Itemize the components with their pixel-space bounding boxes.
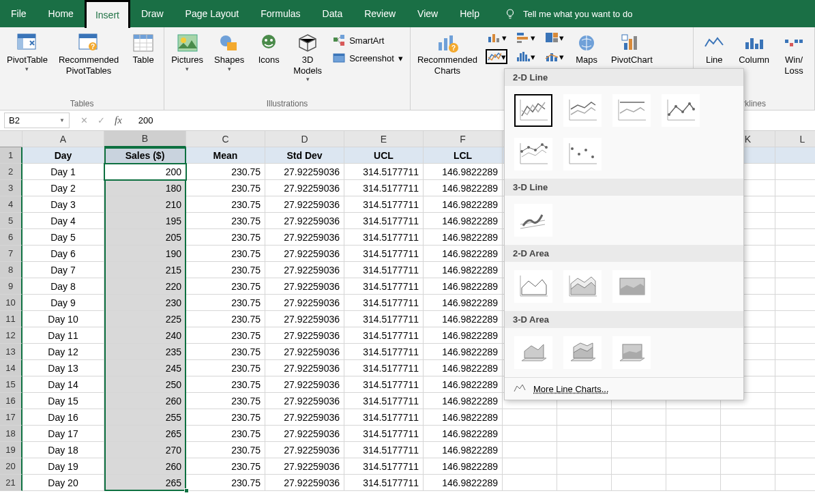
cell-E19[interactable]: 314.5177711 bbox=[344, 442, 424, 458]
cell-A2[interactable]: Day 1 bbox=[23, 164, 104, 180]
cell-J20[interactable] bbox=[666, 458, 721, 475]
cell-B4[interactable]: 210 bbox=[104, 196, 186, 213]
shapes-button[interactable]: Shapes▾ bbox=[211, 30, 247, 74]
bar-chart-dropdown[interactable]: ▾ bbox=[514, 30, 536, 45]
cell-D9[interactable]: 27.92259036 bbox=[265, 278, 344, 295]
cell-H17[interactable] bbox=[557, 409, 612, 426]
chart-type-stacked-line[interactable] bbox=[563, 94, 602, 127]
cell-E13[interactable]: 314.5177711 bbox=[344, 344, 424, 360]
row-header-16[interactable]: 16 bbox=[0, 393, 23, 409]
cell-B11[interactable]: 225 bbox=[104, 311, 186, 327]
cell-F20[interactable]: 146.9822289 bbox=[424, 458, 503, 475]
chart-type-stacked-area[interactable] bbox=[563, 270, 602, 303]
enter-formula-icon[interactable]: ✓ bbox=[98, 115, 105, 125]
row-header-20[interactable]: 20 bbox=[0, 458, 23, 475]
row-header-11[interactable]: 11 bbox=[0, 311, 23, 327]
cell-A11[interactable]: Day 10 bbox=[23, 311, 104, 327]
cell-B17[interactable]: 255 bbox=[104, 409, 186, 426]
cell-F11[interactable]: 146.9822289 bbox=[424, 311, 503, 327]
cell-D5[interactable]: 27.92259036 bbox=[265, 213, 344, 229]
cell-B16[interactable]: 260 bbox=[104, 393, 186, 409]
cancel-formula-icon[interactable]: ✕ bbox=[80, 115, 88, 125]
cell-F10[interactable]: 146.9822289 bbox=[424, 295, 503, 311]
cell-E15[interactable]: 314.5177711 bbox=[344, 376, 424, 393]
cell-E14[interactable]: 314.5177711 bbox=[344, 360, 424, 376]
cell-J21[interactable] bbox=[666, 475, 721, 491]
cell-B9[interactable]: 220 bbox=[104, 278, 186, 295]
cell-C4[interactable]: 230.75 bbox=[186, 196, 265, 213]
cell-A4[interactable]: Day 3 bbox=[23, 196, 104, 213]
cell-B15[interactable]: 250 bbox=[104, 376, 186, 393]
cell-D11[interactable]: 27.92259036 bbox=[265, 311, 344, 327]
chart-type-stacked-line-markers[interactable] bbox=[514, 138, 552, 171]
cell-H21[interactable] bbox=[557, 475, 612, 491]
cell-F13[interactable]: 146.9822289 bbox=[424, 344, 503, 360]
cell-C18[interactable]: 230.75 bbox=[186, 426, 265, 442]
cell-D18[interactable]: 27.92259036 bbox=[265, 426, 344, 442]
cell-E17[interactable]: 314.5177711 bbox=[344, 409, 424, 426]
cell-D8[interactable]: 27.92259036 bbox=[265, 262, 344, 278]
cell-D13[interactable]: 27.92259036 bbox=[265, 344, 344, 360]
cell-D3[interactable]: 27.92259036 bbox=[265, 180, 344, 196]
cell-B13[interactable]: 235 bbox=[104, 344, 186, 360]
cell-J19[interactable] bbox=[666, 442, 721, 458]
cell-C14[interactable]: 230.75 bbox=[186, 360, 265, 376]
row-header-8[interactable]: 8 bbox=[0, 262, 23, 278]
col-header-B[interactable]: B bbox=[104, 131, 186, 147]
cell-A3[interactable]: Day 2 bbox=[23, 180, 104, 196]
cell-E10[interactable]: 314.5177711 bbox=[344, 295, 424, 311]
cell-C15[interactable]: 230.75 bbox=[186, 376, 265, 393]
cell-A17[interactable]: Day 16 bbox=[23, 409, 104, 426]
row-header-6[interactable]: 6 bbox=[0, 229, 23, 246]
cell-G17[interactable] bbox=[503, 409, 557, 426]
stat-chart-dropdown[interactable]: ▾ bbox=[514, 49, 536, 64]
cell-L16[interactable] bbox=[775, 393, 815, 409]
sparkline-column-button[interactable]: Column bbox=[736, 30, 772, 67]
cell-B8[interactable]: 215 bbox=[104, 262, 186, 278]
cell-C6[interactable]: 230.75 bbox=[186, 229, 265, 246]
cell-L5[interactable] bbox=[775, 213, 815, 229]
cell-F1[interactable]: LCL bbox=[424, 147, 503, 164]
screenshot-button[interactable]: Screenshot ▾ bbox=[330, 50, 406, 65]
cell-I18[interactable] bbox=[612, 426, 666, 442]
cell-B19[interactable]: 270 bbox=[104, 442, 186, 458]
cell-G21[interactable] bbox=[503, 475, 557, 491]
cell-D19[interactable]: 27.92259036 bbox=[265, 442, 344, 458]
row-header-3[interactable]: 3 bbox=[0, 180, 23, 196]
select-all-corner[interactable] bbox=[0, 131, 23, 147]
cell-L2[interactable] bbox=[775, 164, 815, 180]
cell-E18[interactable]: 314.5177711 bbox=[344, 426, 424, 442]
cell-F6[interactable]: 146.9822289 bbox=[424, 229, 503, 246]
cell-A6[interactable]: Day 5 bbox=[23, 229, 104, 246]
cell-C9[interactable]: 230.75 bbox=[186, 278, 265, 295]
cell-E12[interactable]: 314.5177711 bbox=[344, 327, 424, 344]
cell-E8[interactable]: 314.5177711 bbox=[344, 262, 424, 278]
tab-home[interactable]: Home bbox=[38, 0, 85, 27]
tell-me-search[interactable]: Tell me what you want to do bbox=[490, 0, 632, 27]
cell-D15[interactable]: 27.92259036 bbox=[265, 376, 344, 393]
chart-type-3d-area[interactable] bbox=[514, 336, 552, 369]
row-header-1[interactable]: 1 bbox=[0, 147, 23, 164]
3d-models-button[interactable]: 3D Models▾ bbox=[291, 30, 325, 85]
chart-type-100stacked-line[interactable] bbox=[612, 94, 651, 127]
cell-L6[interactable] bbox=[775, 229, 815, 246]
cell-F19[interactable]: 146.9822289 bbox=[424, 442, 503, 458]
row-header-2[interactable]: 2 bbox=[0, 164, 23, 180]
col-header-F[interactable]: F bbox=[424, 131, 503, 147]
cell-C10[interactable]: 230.75 bbox=[186, 295, 265, 311]
cell-F12[interactable]: 146.9822289 bbox=[424, 327, 503, 344]
cell-D7[interactable]: 27.92259036 bbox=[265, 246, 344, 262]
cell-C11[interactable]: 230.75 bbox=[186, 311, 265, 327]
cell-I21[interactable] bbox=[612, 475, 666, 491]
row-header-21[interactable]: 21 bbox=[0, 475, 23, 491]
sparkline-line-button[interactable]: Line bbox=[698, 30, 730, 67]
row-header-7[interactable]: 7 bbox=[0, 246, 23, 262]
cell-B12[interactable]: 240 bbox=[104, 327, 186, 344]
cell-L13[interactable] bbox=[775, 344, 815, 360]
cell-C7[interactable]: 230.75 bbox=[186, 246, 265, 262]
cell-C13[interactable]: 230.75 bbox=[186, 344, 265, 360]
cell-E6[interactable]: 314.5177711 bbox=[344, 229, 424, 246]
cell-C3[interactable]: 230.75 bbox=[186, 180, 265, 196]
cell-G20[interactable] bbox=[503, 458, 557, 475]
chart-type-100stacked-line-markers[interactable] bbox=[563, 138, 602, 171]
